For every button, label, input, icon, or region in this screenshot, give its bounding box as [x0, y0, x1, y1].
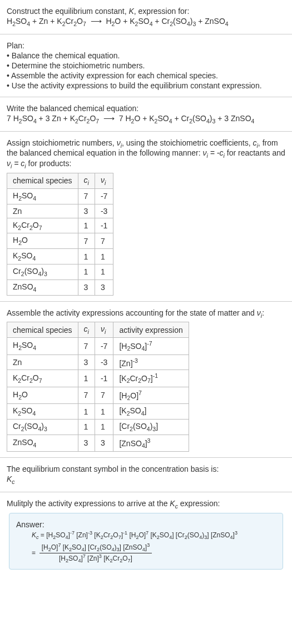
kc-symbol-intro: The equilibrium constant symbol in the c…	[7, 465, 285, 473]
cell-ci: 1	[78, 419, 95, 435]
cell-activity: [ZnSO4]3	[113, 435, 189, 451]
cell-vi: 7	[95, 233, 113, 249]
t: Mulitply the activity expressions to arr…	[7, 499, 170, 508]
k-symbol: K	[128, 7, 133, 16]
table-row: H2SO47-7[H2SO4]-7	[7, 338, 189, 355]
activity-intro: Assemble the activity expressions accoun…	[7, 308, 285, 319]
kc-symbol: Kc	[7, 475, 285, 485]
cell-vi: -7	[95, 188, 113, 204]
table-row: K2SO411	[7, 249, 113, 264]
cell-vi: 1	[95, 419, 113, 435]
h-species: chemical species	[7, 173, 78, 188]
t: :	[262, 308, 264, 317]
unbalanced-equation: H2SO4 + Zn + K2Cr2O7 ⟶ H2O + K2SO4 + Cr2…	[7, 17, 285, 27]
plan-bullet-2: • Determine the stoichiometric numbers.	[7, 61, 285, 70]
section-kc-symbol: The equilibrium constant symbol in the c…	[0, 458, 292, 492]
cell-species: K2SO4	[7, 249, 78, 264]
table-row: Zn3-3	[7, 204, 113, 218]
vi: νi	[117, 138, 122, 147]
h-species: chemical species	[7, 322, 78, 338]
cell-ci: 1	[78, 249, 95, 264]
cell-species: H2O	[7, 233, 78, 249]
h-ci: ci	[78, 322, 95, 338]
answer-box: Answer: Kc = [H2SO4]-7 [Zn]-3 [K2Cr2O7]-…	[9, 513, 283, 570]
plan-bullet-4: • Use the activity expressions to build …	[7, 81, 285, 90]
section-answer: Mulitply the activity expressions to arr…	[0, 492, 292, 582]
cell-species: K2Cr2O7	[7, 218, 78, 233]
cell-species: Cr2(SO4)3	[7, 419, 78, 435]
table-row: K2Cr2O71-1[K2Cr2O7]-1	[7, 370, 189, 387]
table-header-row: chemical species ci νi	[7, 173, 113, 188]
cell-vi: -1	[95, 370, 113, 387]
cell-vi: -1	[95, 218, 113, 233]
t: , using the stoichiometric coefficients,	[122, 138, 253, 147]
stoich-intro: Assign stoichiometric numbers, νi, using…	[7, 138, 285, 169]
plan-title: Plan:	[7, 41, 285, 50]
table-row: Cr2(SO4)311[Cr2(SO4)3]	[7, 419, 189, 435]
cell-species: Zn	[7, 204, 78, 218]
balanced-equation: 7 H2SO4 + 3 Zn + K2Cr2O7 ⟶ 7 H2O + K2SO4…	[7, 114, 285, 124]
cell-ci: 1	[78, 264, 95, 279]
h-ci: ci	[78, 173, 95, 188]
cell-ci: 1	[78, 404, 95, 420]
cell-vi: -7	[95, 338, 113, 355]
table-header-row: chemical species ci νi activity expressi…	[7, 322, 189, 338]
cell-ci: 7	[78, 233, 95, 249]
stoich-table: chemical species ci νi H2SO47-7 Zn3-3 K2…	[7, 173, 113, 296]
table-row: Zn3-3[Zn]-3	[7, 355, 189, 370]
cell-ci: 7	[78, 338, 95, 355]
cell-activity: [Cr2(SO4)3]	[113, 419, 189, 435]
table-row: H2SO47-7	[7, 188, 113, 204]
t: Assemble the activity expressions accoun…	[7, 308, 257, 317]
table-row: Cr2(SO4)311	[7, 264, 113, 279]
table-row: ZnSO433	[7, 279, 113, 295]
t: , expression for:	[134, 7, 190, 16]
cell-species: ZnSO4	[7, 435, 78, 451]
table-row: ZnSO433[ZnSO4]3	[7, 435, 189, 451]
section-activity: Assemble the activity expressions accoun…	[0, 302, 292, 458]
cell-activity: [H2O]7	[113, 387, 189, 403]
cell-ci: 7	[78, 188, 95, 204]
cell-vi: 7	[95, 387, 113, 403]
cell-ci: 3	[78, 279, 95, 295]
balanced-title: Write the balanced chemical equation:	[7, 104, 285, 113]
cell-species: H2SO4	[7, 188, 78, 204]
table-row: K2SO411[K2SO4]	[7, 404, 189, 420]
cell-species: K2Cr2O7	[7, 370, 78, 387]
cell-activity: [K2SO4]	[113, 404, 189, 420]
kc: Kc	[170, 499, 178, 508]
cell-species: H2O	[7, 387, 78, 403]
table-row: K2Cr2O71-1	[7, 218, 113, 233]
h-activity: activity expression	[113, 322, 189, 338]
cell-ci: 3	[78, 355, 95, 370]
eq2: νi = ci	[7, 159, 26, 168]
plan-bullet-3: • Assemble the activity expression for e…	[7, 71, 285, 80]
activity-table: chemical species ci νi activity expressi…	[7, 322, 189, 452]
cell-species: K2SO4	[7, 404, 78, 420]
cell-species: Cr2(SO4)3	[7, 264, 78, 279]
table-row: H2O77	[7, 233, 113, 249]
ci: ci	[253, 138, 258, 147]
cell-vi: 1	[95, 249, 113, 264]
h-vi: νi	[95, 322, 113, 338]
section-plan: Plan: • Balance the chemical equation. •…	[0, 34, 292, 97]
kc-product-line: Kc = [H2SO4]-7 [Zn]-3 [K2Cr2O7]-1 [H2O]7…	[16, 530, 276, 540]
vi: νi	[257, 308, 262, 317]
plan-bullet-1: • Balance the chemical equation.	[7, 51, 285, 60]
eq1: νi = -ci	[203, 148, 225, 157]
t: Construct the equilibrium constant,	[7, 7, 128, 16]
t: expression:	[178, 499, 220, 508]
cell-activity: [H2SO4]-7	[113, 338, 189, 355]
kc-fraction-line: = [H2O]7 [K2SO4] [Cr2(SO4)3] [ZnSO4]3 [H…	[16, 542, 276, 563]
cell-species: H2SO4	[7, 338, 78, 355]
construct-title: Construct the equilibrium constant, K, e…	[7, 7, 285, 16]
cell-vi: 1	[95, 264, 113, 279]
cell-ci: 1	[78, 218, 95, 233]
cell-activity: [Zn]-3	[113, 355, 189, 370]
t: Assign stoichiometric numbers,	[7, 138, 117, 147]
table-row: H2O77[H2O]7	[7, 387, 189, 403]
cell-vi: -3	[95, 204, 113, 218]
cell-vi: 3	[95, 435, 113, 451]
cell-species: ZnSO4	[7, 279, 78, 295]
section-balanced: Write the balanced chemical equation: 7 …	[0, 97, 292, 132]
